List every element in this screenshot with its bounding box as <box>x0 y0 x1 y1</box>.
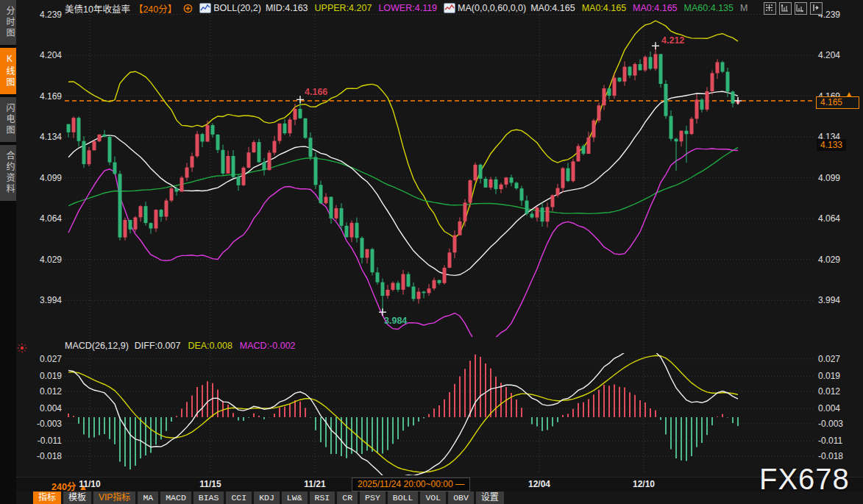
toolbar-button-vol[interactable]: VOL <box>420 491 446 504</box>
price-tick-label: 0.027 <box>818 354 840 364</box>
ma-label: MA(0,0,0,60,0,0) <box>458 3 526 13</box>
circled-plus-icon[interactable] <box>183 4 193 13</box>
toolbar-button-psy[interactable]: PSY <box>360 491 386 504</box>
toolbar-button-[interactable]: 模板 <box>63 491 91 504</box>
sidebar-tab-lightning[interactable]: 闪电图 <box>0 97 16 142</box>
time-tick-label: 12/04 <box>528 479 550 489</box>
price-tick-label: 4.064 <box>818 213 840 224</box>
price-tick-label: -0.018 <box>818 451 843 461</box>
toolbar-button-obv[interactable]: OBV <box>448 491 474 504</box>
sidebar-tab-timeshare[interactable]: 分时图 <box>0 0 16 45</box>
toolbar-button-ma[interactable]: MA <box>138 491 158 504</box>
indicator-toolbar: 指标模板VIP指标MAMACDBIASCCIKDJLW&RSICRPSYBOLL… <box>33 491 504 504</box>
toolbar-button-kdj[interactable]: KDJ <box>254 491 280 504</box>
toolbar-button-boll[interactable]: BOLL <box>388 491 419 504</box>
macd-dea-value: DEA:0.008 <box>188 341 232 351</box>
boll-lower-value: LOWER:4.119 <box>378 3 437 13</box>
ma0-magenta-value: MA0:4.165 <box>633 3 677 13</box>
price-tick-label: 3.994 <box>818 295 840 305</box>
price-tick-label: 4.204 <box>818 50 840 60</box>
toolbar-button-rsi[interactable]: RSI <box>310 491 335 504</box>
minimize-indicator[interactable]: M <box>740 3 747 13</box>
sidebar-tab-kline[interactable]: K线图 <box>0 48 16 94</box>
crosshair-icon[interactable] <box>764 2 776 15</box>
toolbar-button-cr[interactable]: CR <box>337 491 358 504</box>
ma0-white-value: MA0:4.165 <box>530 3 575 13</box>
toolbar-button-vip[interactable]: VIP指标 <box>93 491 135 504</box>
time-axis: 240分 ▲ 11/1011/1511/2112/0412/10 2025/11… <box>16 477 863 491</box>
toolbar-button-cci[interactable]: CCI <box>226 491 252 504</box>
toolbar-button-[interactable]: 设置 <box>476 491 504 504</box>
swing-high-annotation: 4.166 <box>305 87 327 97</box>
sidebar-tab-contract-info[interactable]: 合约资料 <box>0 145 16 201</box>
secondary-price-tag: 4.133 <box>817 139 846 151</box>
ma0-yellow-value: MA0:4.165 <box>582 3 626 13</box>
price-tick-label: -0.011 <box>818 436 842 446</box>
live-indicator-icon <box>17 343 27 353</box>
price-up-arrow-icon: ▲ <box>845 90 853 98</box>
boll-mid-value: MID:4.163 <box>266 3 308 13</box>
chart-app: 分时图 K线图 闪电图 合约资料 美债10年收益率 【240分】 BOLL(20… <box>0 0 863 504</box>
pan-right-icon[interactable] <box>810 2 823 15</box>
ma60-value: MA60:4.135 <box>684 3 734 13</box>
toolbar-button-bias[interactable]: BIAS <box>193 491 224 504</box>
price-tick-label: 0.004 <box>818 403 840 414</box>
macd-header: MACD(26,12,9) DIFF:0.007 DEA:0.008 MACD:… <box>65 341 296 351</box>
time-tick-label: 11/21 <box>304 479 325 489</box>
price-tick-label: 4.099 <box>818 173 840 183</box>
macd-diff-value: DIFF:0.007 <box>135 341 181 351</box>
toolbar-button-lw[interactable]: LW& <box>282 491 308 504</box>
boll-upper-value: UPPER:4.207 <box>315 3 372 13</box>
period-label[interactable]: 【240分】 <box>134 1 177 15</box>
scale-y-axis-icon[interactable] <box>779 2 792 15</box>
price-tick-label: 0.019 <box>818 371 840 381</box>
macd-params-label: MACD(26,12,9) <box>65 341 129 351</box>
macd-bar-value: MACD:-0.002 <box>240 341 296 351</box>
scale-x-axis-icon[interactable] <box>795 2 807 15</box>
time-tick-label: 11/10 <box>79 479 100 489</box>
time-tick-label: 11/15 <box>199 479 221 489</box>
toolbar-button-[interactable]: 指标 <box>33 491 61 504</box>
swing-high-annotation: 4.212 <box>661 35 684 46</box>
chart-header: 美债10年收益率 【240分】 BOLL(20,2) MID:4.163 UPP… <box>65 0 747 16</box>
swing-low-annotation: 3.984 <box>384 316 407 326</box>
price-tick-label: 0.012 <box>818 386 840 397</box>
price-tick-label: -0.003 <box>818 419 843 429</box>
sidebar: 分时图 K线图 闪电图 合约资料 <box>0 0 16 504</box>
price-chart-canvas[interactable] <box>0 0 863 504</box>
toolbar-button-macd[interactable]: MACD <box>160 491 191 504</box>
ma-indicator-icon[interactable] <box>444 3 455 13</box>
price-tick-label: 4.029 <box>818 255 840 265</box>
boll-indicator-icon[interactable] <box>199 3 211 13</box>
time-tick-label: 12/10 <box>633 479 655 489</box>
boll-label: BOLL(20,2) <box>213 3 261 13</box>
watermark: FX678 <box>759 463 850 496</box>
instrument-title: 美债10年收益率 <box>65 1 130 15</box>
chart-tool-icons <box>764 2 823 15</box>
current-price-badge: 4.165 <box>816 96 859 109</box>
time-range-highlight: 2025/11/24 20:00~00:00 — <box>352 478 470 491</box>
